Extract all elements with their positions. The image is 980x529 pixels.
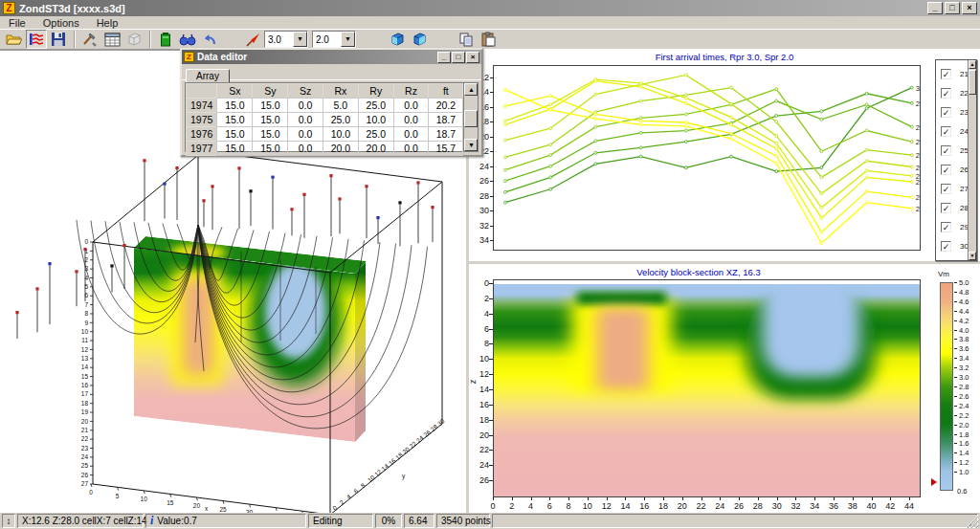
data-cell[interactable]: 18.7 bbox=[429, 127, 463, 142]
column-header-sz[interactable]: Sz bbox=[288, 84, 323, 99]
data-cell[interactable]: 25.0 bbox=[358, 127, 393, 142]
scrollbar-thumb[interactable] bbox=[969, 70, 976, 95]
column-header-rx[interactable]: Rx bbox=[323, 84, 358, 99]
menu-file[interactable]: File bbox=[0, 17, 34, 29]
data-cell[interactable]: 10.0 bbox=[323, 127, 358, 142]
corner-header-cell[interactable] bbox=[187, 84, 217, 99]
save-button[interactable] bbox=[48, 30, 69, 49]
maximize-button[interactable]: □ bbox=[945, 2, 960, 14]
data-editor-window[interactable]: Z Data editor _ □ × Array SxSySzRxRyRzft… bbox=[180, 48, 483, 157]
colorbar-tick-label: 3.0 bbox=[959, 373, 969, 382]
table-view-button[interactable] bbox=[101, 30, 122, 49]
row-header[interactable]: 1974 bbox=[187, 99, 217, 113]
undo-button[interactable] bbox=[199, 30, 220, 49]
scroll-down-icon[interactable]: ▼ bbox=[464, 139, 478, 151]
data-cell[interactable]: 20.2 bbox=[429, 99, 463, 113]
series-checkbox[interactable]: ✓ bbox=[941, 203, 951, 213]
resize-grip[interactable] bbox=[968, 517, 979, 528]
menu-options[interactable]: Options bbox=[34, 17, 88, 29]
data-cell[interactable]: 20.0 bbox=[323, 142, 358, 156]
series-checkbox[interactable]: ✓ bbox=[941, 165, 951, 175]
scroll-up-icon[interactable]: ▲ bbox=[464, 83, 478, 96]
source-step-combobox[interactable]: 2.0 ▼ bbox=[312, 31, 356, 48]
start-inversion-button[interactable] bbox=[155, 30, 176, 49]
data-cell[interactable]: 0.0 bbox=[393, 142, 429, 156]
data-cell[interactable]: 15.0 bbox=[217, 127, 253, 142]
data-table-scrollbar[interactable]: ▲ ▼ bbox=[463, 83, 478, 151]
traveltime-chart-panel[interactable]: First arrival times, Rpr 3.0, Spr 2.0 30… bbox=[469, 49, 980, 261]
data-cell[interactable]: 15.0 bbox=[253, 113, 288, 127]
series-checkbox[interactable]: ✓ bbox=[941, 145, 951, 156]
rotate-view-left-button[interactable] bbox=[387, 30, 408, 49]
maximize-button[interactable]: □ bbox=[452, 52, 465, 63]
traveltime-plot-area[interactable]: 30292827262524232221 bbox=[493, 65, 921, 251]
series-checkbox[interactable]: ✓ bbox=[941, 69, 951, 79]
title-bar[interactable]: Z ZondST3d [xxxx.s3d] _ □ × bbox=[0, 0, 980, 16]
legend-scrollbar[interactable]: ▲ ▼ bbox=[968, 60, 976, 260]
settings-button[interactable] bbox=[79, 30, 100, 49]
chevron-down-icon[interactable]: ▼ bbox=[341, 32, 355, 47]
row-header[interactable]: 1977 bbox=[187, 142, 217, 156]
data-cell[interactable]: 5.0 bbox=[323, 99, 358, 113]
scroll-down-icon[interactable]: ▼ bbox=[969, 252, 976, 260]
open-file-button[interactable] bbox=[4, 30, 25, 49]
cube-view-button[interactable] bbox=[123, 30, 145, 49]
series-checkbox[interactable]: ✓ bbox=[941, 222, 951, 232]
data-editor-button[interactable] bbox=[26, 30, 47, 49]
series-checkbox[interactable]: ✓ bbox=[941, 88, 951, 99]
column-header-ft[interactable]: ft bbox=[429, 84, 463, 99]
scroll-up-icon[interactable]: ▲ bbox=[969, 60, 976, 69]
minimize-button[interactable]: _ bbox=[437, 52, 451, 63]
data-cell[interactable]: 0.0 bbox=[288, 142, 323, 156]
column-header-rz[interactable]: Rz bbox=[393, 84, 429, 99]
data-cell[interactable]: 0.0 bbox=[288, 113, 323, 127]
data-cell[interactable]: 25.0 bbox=[323, 113, 358, 127]
data-cell[interactable]: 25.0 bbox=[358, 99, 393, 113]
chevron-down-icon[interactable]: ▼ bbox=[293, 32, 307, 47]
series-checkbox[interactable]: ✓ bbox=[941, 184, 951, 194]
column-header-sy[interactable]: Sy bbox=[253, 84, 288, 99]
rotate-view-right-button[interactable] bbox=[409, 30, 430, 49]
series-checkbox[interactable]: ✓ bbox=[941, 107, 951, 118]
data-cell[interactable]: 10.0 bbox=[358, 113, 393, 127]
data-cell[interactable]: 15.0 bbox=[217, 99, 253, 113]
data-cell[interactable]: 15.0 bbox=[217, 113, 253, 127]
data-cell[interactable]: 15.0 bbox=[217, 142, 253, 156]
series-checkbox[interactable]: ✓ bbox=[941, 241, 951, 252]
data-cell[interactable]: 15.0 bbox=[253, 142, 288, 156]
data-editor-titlebar[interactable]: Z Data editor _ □ × bbox=[182, 50, 481, 64]
velocity-heatmap[interactable] bbox=[494, 284, 920, 496]
data-cell[interactable]: 0.0 bbox=[288, 127, 323, 142]
data-cell[interactable]: 20.0 bbox=[358, 142, 393, 156]
x-tick-label: 24 bbox=[711, 501, 728, 511]
close-button[interactable]: × bbox=[466, 52, 479, 63]
close-button[interactable]: × bbox=[962, 2, 977, 14]
minimize-button[interactable]: _ bbox=[927, 2, 943, 14]
x-tick-mark bbox=[531, 497, 532, 500]
data-cell[interactable]: 0.0 bbox=[288, 99, 323, 113]
row-header[interactable]: 1975 bbox=[187, 113, 217, 127]
y-tick-mark bbox=[490, 210, 494, 211]
data-cell[interactable]: 0.0 bbox=[393, 127, 429, 142]
menu-help[interactable]: Help bbox=[88, 17, 127, 29]
scrollbar-thumb[interactable] bbox=[464, 110, 478, 127]
receiver-step-combobox[interactable]: 3.0 ▼ bbox=[264, 31, 308, 48]
column-header-ry[interactable]: Ry bbox=[358, 84, 393, 99]
paste-button[interactable] bbox=[478, 30, 499, 49]
velocity-section-panel[interactable]: Velocity block-section XZ, 16.3 z bbox=[469, 264, 980, 513]
picker-button[interactable] bbox=[242, 30, 263, 49]
row-header[interactable]: 1976 bbox=[187, 127, 217, 142]
copy-button[interactable] bbox=[456, 30, 477, 49]
data-cell[interactable]: 18.7 bbox=[429, 113, 463, 127]
data-cell[interactable]: 0.0 bbox=[393, 99, 429, 113]
data-cell[interactable]: 15.0 bbox=[253, 127, 288, 142]
velocity-plot-area[interactable] bbox=[493, 279, 921, 497]
z-tick-label: 4 bbox=[472, 309, 489, 319]
series-checkbox[interactable]: ✓ bbox=[941, 126, 951, 137]
column-header-sx[interactable]: Sx bbox=[217, 84, 253, 99]
x-tick-label: 44 bbox=[901, 501, 918, 511]
data-cell[interactable]: 0.0 bbox=[393, 113, 429, 127]
data-cell[interactable]: 15.0 bbox=[253, 99, 288, 113]
data-cell[interactable]: 15.7 bbox=[429, 142, 463, 156]
search-button[interactable] bbox=[177, 30, 198, 49]
